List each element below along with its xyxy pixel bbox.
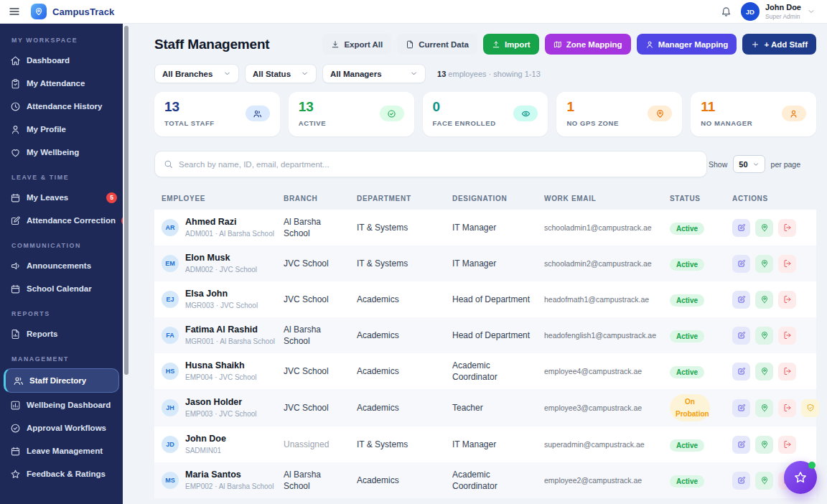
edit-action-button[interactable]	[732, 436, 750, 454]
employee-meta: EMP004 · JVC School	[185, 373, 257, 382]
page-size-select[interactable]: 50	[733, 155, 765, 173]
export-all-button[interactable]: Export All	[322, 34, 391, 55]
stat-value: 0	[433, 100, 496, 113]
employee-meta: EMP003 · JVC School	[185, 409, 257, 419]
map-pin-action-button[interactable]	[755, 436, 773, 454]
assistant-fab-button[interactable]	[784, 461, 817, 494]
header-actions: Export AllCurrent DataImportZone Mapping…	[322, 34, 816, 55]
employee-info: Husna ShaikhEMP004 · JVC School	[185, 360, 257, 382]
sidebar-scrollbar[interactable]	[123, 24, 130, 504]
status-badge: Active	[670, 223, 704, 235]
employee-name: Maria Santos	[185, 470, 274, 480]
search-input[interactable]	[179, 160, 698, 169]
sidebar-item-announcements[interactable]: Announcements	[0, 254, 123, 277]
sign-out-action-button[interactable]	[778, 219, 796, 237]
show-label: Show	[709, 160, 727, 169]
sidebar-item-my-profile[interactable]: My Profile	[0, 118, 123, 141]
sidebar-item-staff-directory[interactable]: Staff Directory	[4, 368, 119, 393]
employee-meta: MGR003 · JVC School	[185, 301, 258, 310]
page-title: Staff Management	[154, 37, 269, 52]
file-icon	[406, 40, 414, 49]
edit-action-button[interactable]	[732, 472, 750, 490]
shield-check-action-button[interactable]	[801, 399, 819, 417]
sidebar-item-leave-management[interactable]: Leave Management	[0, 439, 123, 462]
sidebar-item-feedback-ratings[interactable]: Feedback & Ratings	[0, 462, 123, 485]
column-header-department: DEPARTMENT	[357, 195, 452, 202]
staff-icon	[253, 109, 262, 118]
stat-label: NO GPS ZONE	[566, 119, 619, 127]
stat-icon-pill	[648, 106, 672, 121]
branch-cell: JVC School	[284, 294, 357, 305]
edit-icon	[737, 331, 746, 340]
sidebar-item-school-calendar[interactable]: School Calendar	[0, 277, 123, 300]
employee-meta: EMP002 · Al Barsha School	[185, 482, 274, 491]
stat-text: 11NO MANAGER	[701, 100, 752, 127]
edit-action-button[interactable]	[732, 291, 750, 309]
menu-button[interactable]	[7, 4, 22, 19]
sign-out-action-button[interactable]	[778, 363, 796, 381]
edit-action-button[interactable]	[732, 399, 750, 417]
scrollbar-thumb[interactable]	[124, 26, 129, 375]
map-pin-action-button[interactable]	[755, 291, 773, 309]
button-label: + Add Staff	[764, 40, 808, 49]
sidebar-item-approval-workflows[interactable]: Approval Workflows	[0, 416, 123, 439]
manager-mapping-button[interactable]: Manager Mapping	[637, 34, 737, 55]
sign-out-action-button[interactable]	[778, 436, 796, 454]
filter-all-status[interactable]: All Status	[245, 64, 317, 83]
sign-out-action-button[interactable]	[778, 327, 796, 345]
user-menu[interactable]: JD John Doe Super Admin	[741, 2, 816, 21]
sidebar-item-dashboard[interactable]: Dashboard	[0, 49, 123, 72]
employee-cell: HSHusna ShaikhEMP004 · JVC School	[162, 360, 284, 382]
edit-action-button[interactable]	[732, 327, 750, 345]
status-badge: Active	[670, 258, 704, 271]
designation-cell: Academic Coordinator	[452, 469, 544, 492]
sidebar-item-wellbeing-dashboard[interactable]: Wellbeing Dashboard	[0, 393, 123, 416]
employee-name: Husna Shaikh	[185, 360, 257, 371]
designation-cell: IT Manager	[452, 439, 544, 450]
map-pin-action-button[interactable]	[755, 219, 773, 237]
filter-all-branches[interactable]: All Branches	[154, 64, 239, 83]
import-button[interactable]: Import	[483, 34, 539, 55]
department-cell: Academics	[357, 330, 452, 341]
edit-icon	[737, 259, 746, 268]
work-email-cell: employee2@campustrack.ae	[544, 475, 670, 485]
map-pin-action-button[interactable]	[755, 255, 773, 273]
map-pin-action-button[interactable]	[755, 363, 773, 381]
stat-icon-pill	[380, 106, 404, 121]
sign-out-action-button[interactable]	[778, 291, 796, 309]
sidebar-section-label: MY WORKSPACE	[0, 34, 123, 49]
button-label: Current Data	[419, 40, 469, 49]
column-header-actions: ACTIONS	[732, 195, 816, 202]
sidebar-item-attendance-correction[interactable]: Attendance Correction3	[0, 209, 123, 232]
edit-action-button[interactable]	[732, 363, 750, 381]
sidebar-item-reports[interactable]: Reports	[0, 322, 123, 345]
stat-card-face-enrolled: 0FACE ENROLLED	[423, 92, 548, 136]
user-icon	[10, 124, 21, 135]
map-pin-action-button[interactable]	[755, 399, 773, 417]
work-email-cell: headofmath1@campustrack.ae	[544, 294, 670, 304]
employee-count: 13	[437, 70, 446, 78]
filter-all-managers[interactable]: All Managers	[322, 64, 426, 83]
zone-mapping-button[interactable]: Zone Mapping	[545, 34, 631, 55]
map-pin-action-button[interactable]	[755, 327, 773, 345]
employee-name: Elsa John	[185, 289, 258, 299]
sidebar-section-label: MANAGEMENT	[0, 345, 123, 368]
sidebar-item-my-wellbeing[interactable]: My Wellbeing	[0, 141, 123, 164]
sign-out-action-button[interactable]	[778, 255, 796, 273]
sidebar-item-attendance-history[interactable]: Attendance History	[0, 95, 123, 118]
sidebar-item-my-leaves[interactable]: My Leaves5	[0, 186, 123, 209]
current-data-button[interactable]: Current Data	[397, 34, 477, 55]
sidebar-item-label: Attendance History	[27, 102, 102, 111]
map-pin-action-button[interactable]	[755, 472, 773, 490]
page-head: Staff Management Export AllCurrent DataI…	[154, 34, 816, 55]
edit-action-button[interactable]	[732, 219, 750, 237]
map-pin-icon	[760, 259, 769, 268]
designation-cell: Head of Department	[452, 330, 544, 341]
sign-out-action-button[interactable]	[778, 399, 796, 417]
designation-cell: Teacher	[452, 402, 544, 414]
add-staff-button[interactable]: + Add Staff	[742, 34, 816, 55]
sidebar-item-my-attendance[interactable]: My Attendance	[0, 72, 123, 95]
notifications-button[interactable]	[721, 6, 732, 17]
star-icon	[10, 469, 21, 480]
edit-action-button[interactable]	[732, 255, 750, 273]
